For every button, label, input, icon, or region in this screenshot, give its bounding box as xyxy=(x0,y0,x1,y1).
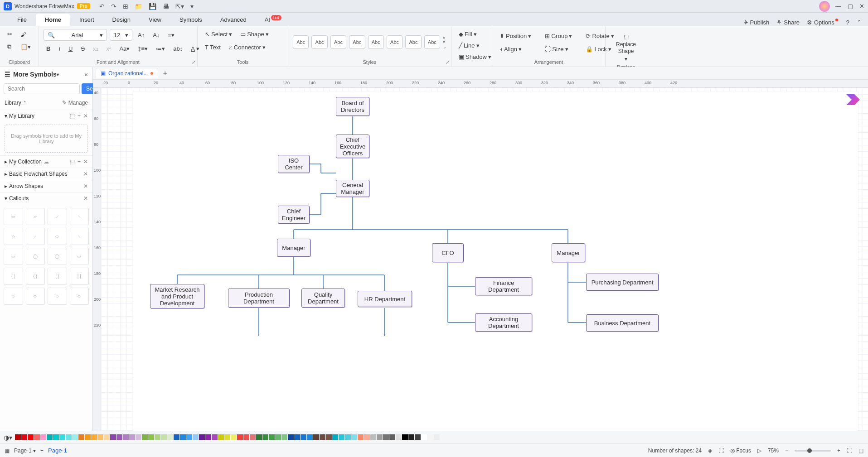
color-swatch[interactable] xyxy=(167,434,173,440)
position-button[interactable]: ⬍ Position ▾ xyxy=(497,31,534,41)
color-swatch[interactable] xyxy=(339,434,344,440)
org-box-chief-eng[interactable]: Chief Engineer xyxy=(278,206,310,224)
color-swatch[interactable] xyxy=(129,434,135,440)
style-preset-5[interactable]: Abc xyxy=(368,35,384,49)
add-icon[interactable]: + xyxy=(78,113,81,119)
increase-font-icon[interactable]: A↑ xyxy=(135,30,147,40)
styles-expand-icon[interactable]: ⤢ xyxy=(446,60,449,65)
color-swatch[interactable] xyxy=(301,434,306,440)
tab-design[interactable]: Design xyxy=(103,14,140,26)
org-box-board[interactable]: Board of Directors xyxy=(336,97,369,116)
case-icon[interactable]: Aa▾ xyxy=(116,43,132,54)
bullets-icon[interactable]: ≔▾ xyxy=(153,43,168,54)
style-preset-2[interactable]: Abc xyxy=(311,35,327,49)
fit-icon[interactable]: ⛶ xyxy=(718,447,724,454)
line-spacing-icon[interactable]: ‡≡▾ xyxy=(135,43,150,54)
replace-shape-button[interactable]: ⬚Replace Shape ▾ xyxy=(610,32,642,64)
styles-more-icon[interactable]: ⌄ xyxy=(443,44,446,49)
color-swatch[interactable] xyxy=(421,434,427,440)
styles-down-icon[interactable]: ▾ xyxy=(443,39,446,44)
styles-up-icon[interactable]: ▴ xyxy=(443,34,446,39)
color-swatch[interactable] xyxy=(155,434,160,440)
connector-tool[interactable]: ⟀ Connector ▾ xyxy=(226,42,268,53)
shape-thumb[interactable]: { } xyxy=(26,268,45,285)
underline-icon[interactable]: U xyxy=(66,43,75,54)
fill-button[interactable]: ◆ Fill ▾ xyxy=(456,29,487,39)
tab-file[interactable]: File xyxy=(8,14,36,26)
color-swatch[interactable] xyxy=(281,434,287,440)
color-swatch[interactable] xyxy=(307,434,313,440)
shape-thumb[interactable]: ◇ xyxy=(70,288,89,305)
color-swatch[interactable] xyxy=(262,434,268,440)
color-swatch[interactable] xyxy=(269,434,275,440)
bold-icon[interactable]: B xyxy=(44,43,53,54)
help-icon[interactable]: ? xyxy=(846,19,849,26)
new-icon[interactable]: ⊞ xyxy=(123,3,128,10)
color-swatch[interactable] xyxy=(72,434,78,440)
tab-symbols[interactable]: Symbols xyxy=(170,14,211,26)
color-swatch[interactable] xyxy=(345,434,351,440)
org-box-cfo[interactable]: CFO xyxy=(432,243,464,262)
page-link[interactable]: Page-1 xyxy=(48,447,67,454)
tab-home[interactable]: Home xyxy=(36,14,70,26)
org-box-ceo[interactable]: Chief Executive Officers xyxy=(336,135,369,158)
manage-button[interactable]: ✎ Manage xyxy=(62,100,88,106)
close-section4-icon[interactable]: ✕ xyxy=(83,183,88,189)
color-swatch[interactable] xyxy=(104,434,110,440)
color-swatch[interactable] xyxy=(326,434,332,440)
add-page-button[interactable]: + xyxy=(40,447,44,454)
style-preset-4[interactable]: Abc xyxy=(349,35,365,49)
format-painter-icon[interactable]: 🖌 xyxy=(18,29,34,40)
color-swatch[interactable] xyxy=(313,434,319,440)
color-swatch[interactable] xyxy=(97,434,103,440)
color-swatch[interactable] xyxy=(136,434,141,440)
style-preset-8[interactable]: Abc xyxy=(424,35,440,49)
section-mylibrary[interactable]: ▾ My Library ⬚ + ✕ xyxy=(0,110,92,122)
close-section2-icon[interactable]: ✕ xyxy=(83,159,88,165)
import2-icon[interactable]: ⬚ xyxy=(70,159,75,165)
open-icon[interactable]: 📁 xyxy=(135,3,142,10)
color-swatch[interactable] xyxy=(199,434,205,440)
style-preset-6[interactable]: Abc xyxy=(387,35,402,49)
color-swatch[interactable] xyxy=(408,434,414,440)
color-swatch[interactable] xyxy=(218,434,224,440)
collapse-ribbon-icon[interactable]: ⌃ xyxy=(857,19,862,26)
document-tab[interactable]: ▣ Organizational... xyxy=(96,68,158,78)
fullscreen-icon[interactable]: ⛶ xyxy=(847,447,852,454)
color-swatch[interactable] xyxy=(389,434,395,440)
zoom-out-icon[interactable]: − xyxy=(785,447,788,454)
superscript-icon[interactable]: x² xyxy=(104,43,114,54)
org-box-finance[interactable]: Finance Department xyxy=(475,277,532,295)
color-swatch[interactable] xyxy=(148,434,154,440)
close-section-icon[interactable]: ✕ xyxy=(83,113,88,119)
paste-icon[interactable]: 📋▾ xyxy=(18,42,34,52)
more-symbols-label[interactable]: More Symbols xyxy=(13,71,57,78)
style-preset-3[interactable]: Abc xyxy=(330,35,346,49)
color-swatch[interactable] xyxy=(21,434,27,440)
color-swatch[interactable] xyxy=(288,434,294,440)
section-mycollection[interactable]: ▸ My Collection ☁ ⬚ + ✕ xyxy=(0,155,92,168)
color-swatch[interactable] xyxy=(396,434,402,440)
style-preset-1[interactable]: Abc xyxy=(293,35,309,49)
redo-icon[interactable]: ↷ xyxy=(111,3,116,10)
color-swatch[interactable] xyxy=(320,434,325,440)
layer-icon[interactable]: ◈ xyxy=(708,447,712,454)
color-swatch[interactable] xyxy=(377,434,383,440)
color-swatch[interactable] xyxy=(161,434,167,440)
color-swatch[interactable] xyxy=(434,434,440,440)
color-swatch[interactable] xyxy=(142,434,148,440)
org-box-business[interactable]: Business Department xyxy=(586,314,659,332)
subscript-icon[interactable]: x₂ xyxy=(90,43,101,54)
shape-thumb[interactable]: { } xyxy=(4,268,23,285)
color-swatch[interactable] xyxy=(364,434,370,440)
size-button[interactable]: ⛶ Size ▾ xyxy=(542,44,575,54)
font-expand-icon[interactable]: ⤢ xyxy=(192,60,195,65)
color-swatch[interactable] xyxy=(85,434,91,440)
color-swatch[interactable] xyxy=(224,434,230,440)
page-selector[interactable]: Page-1 ▾ xyxy=(14,447,36,454)
color-swatch[interactable] xyxy=(205,434,211,440)
org-box-mgr2[interactable]: Manager xyxy=(552,243,585,262)
shape-thumb[interactable]: ⟋ xyxy=(48,208,67,225)
mylibrary-dropzone[interactable]: Drag symbols here to add to My Library xyxy=(5,125,88,153)
color-swatch[interactable] xyxy=(186,434,192,440)
